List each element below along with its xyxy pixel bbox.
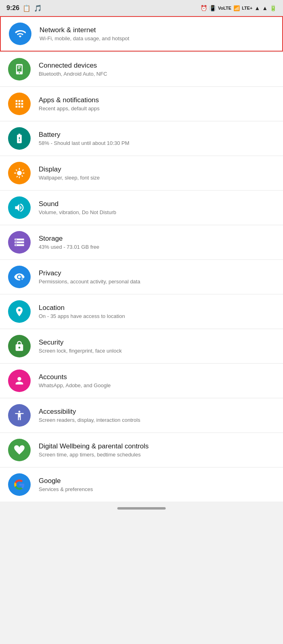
connected-text: Connected devices Bluetooth, Android Aut… (39, 61, 107, 78)
accounts-icon-circle (8, 369, 31, 392)
shazam-icon: 🎵 (34, 4, 42, 12)
battery-subtitle: 58% - Should last until about 10:30 PM (39, 140, 129, 147)
connected-icon-circle (8, 58, 31, 80)
storage-icon (14, 237, 25, 248)
storage-subtitle: 43% used - 73.01 GB free (39, 244, 99, 251)
network-title: Network & internet (40, 26, 129, 35)
signal2-icon: ▲ (262, 5, 268, 11)
accounts-icon (14, 375, 25, 386)
sound-subtitle: Volume, vibration, Do Not Disturb (39, 209, 116, 216)
accessibility-icon-circle (8, 404, 31, 427)
battery-icon-circle (8, 127, 31, 150)
wifi-calling-icon: 📶 (233, 5, 240, 11)
location-icon-circle (8, 300, 31, 323)
network-subtitle: Wi-Fi, mobile, data usage, and hotspot (40, 35, 129, 42)
settings-item-accessibility[interactable]: Accessibility Screen readers, display, i… (0, 398, 283, 432)
privacy-subtitle: Permissions, account activity, personal … (39, 279, 140, 285)
accessibility-subtitle: Screen readers, display, interaction con… (39, 417, 140, 424)
status-bar: 9:26 📋 🎵 ⏰ 📳 VoLTE 📶 LTE+ ▲ ▲ 🔋 (0, 0, 283, 16)
storage-icon-circle (8, 231, 31, 254)
nav-home-indicator (117, 507, 166, 510)
google-icon (14, 479, 25, 490)
settings-item-sound[interactable]: Sound Volume, vibration, Do Not Disturb (0, 191, 283, 225)
google-text: Google Services & preferences (39, 477, 93, 493)
settings-item-connected[interactable]: Connected devices Bluetooth, Android Aut… (0, 52, 283, 86)
privacy-icon-circle (8, 266, 31, 288)
security-subtitle: Screen lock, fingerprint, face unlock (39, 348, 122, 355)
connected-subtitle: Bluetooth, Android Auto, NFC (39, 71, 107, 78)
apps-subtitle: Recent apps, default apps (39, 105, 100, 112)
google-title: Google (39, 477, 93, 485)
connected-icon (14, 64, 25, 75)
settings-item-wellbeing[interactable]: Digital Wellbeing & parental controls Sc… (0, 433, 283, 467)
settings-item-network[interactable]: Network & internet Wi-Fi, mobile, data u… (0, 16, 283, 52)
sound-title: Sound (39, 200, 116, 208)
battery-text: Battery 58% - Should last until about 10… (39, 130, 129, 147)
settings-item-location[interactable]: Location On - 35 apps have access to loc… (0, 295, 283, 328)
privacy-icon (14, 271, 25, 283)
location-subtitle: On - 35 apps have access to location (39, 313, 125, 320)
storage-title: Storage (39, 234, 99, 243)
settings-item-storage[interactable]: Storage 43% used - 73.01 GB free (0, 225, 283, 259)
battery-title: Battery (39, 130, 129, 139)
nav-bar (0, 502, 283, 514)
accessibility-title: Accessibility (39, 407, 140, 416)
display-subtitle: Wallpaper, sleep, font size (39, 175, 100, 182)
apps-text: Apps & notifications Recent apps, defaul… (39, 96, 100, 112)
settings-item-security[interactable]: Security Screen lock, fingerprint, face … (0, 329, 283, 363)
wellbeing-text: Digital Wellbeing & parental controls Sc… (39, 442, 149, 458)
sound-icon-circle (8, 196, 31, 219)
network-icon-circle (9, 23, 31, 45)
security-text: Security Screen lock, fingerprint, face … (39, 338, 122, 355)
storage-text: Storage 43% used - 73.01 GB free (39, 234, 99, 251)
accounts-subtitle: WhatsApp, Adobe, and Google (39, 382, 111, 389)
battery-settings-icon (14, 133, 25, 144)
security-title: Security (39, 338, 122, 347)
network-text: Network & internet Wi-Fi, mobile, data u… (40, 26, 129, 42)
svg-rect-0 (18, 66, 21, 67)
volte-icon: VoLTE (218, 6, 231, 10)
accessibility-text: Accessibility Screen readers, display, i… (39, 407, 140, 424)
wellbeing-icon (14, 444, 25, 456)
lte-icon: LTE+ (242, 6, 252, 10)
settings-list: Network & internet Wi-Fi, mobile, data u… (0, 16, 283, 502)
security-icon (14, 341, 25, 352)
display-icon (14, 167, 25, 179)
vibrate-icon: 📳 (209, 5, 216, 11)
settings-item-display[interactable]: Display Wallpaper, sleep, font size (0, 156, 283, 190)
sound-icon (14, 202, 25, 213)
screenshot-icon: 📋 (23, 4, 31, 12)
accessibility-icon (14, 410, 25, 421)
settings-item-google[interactable]: Google Services & preferences (0, 468, 283, 502)
settings-item-accounts[interactable]: Accounts WhatsApp, Adobe, and Google (0, 364, 283, 398)
settings-item-privacy[interactable]: Privacy Permissions, account activity, p… (0, 260, 283, 294)
signal1-icon: ▲ (254, 5, 260, 11)
apps-icon-circle (8, 93, 31, 115)
wellbeing-icon-circle (8, 439, 31, 461)
settings-item-battery[interactable]: Battery 58% - Should last until about 10… (0, 122, 283, 155)
status-icons: ⏰ 📳 VoLTE 📶 LTE+ ▲ ▲ 🔋 (200, 5, 277, 11)
security-icon-circle (8, 335, 31, 357)
privacy-text: Privacy Permissions, account activity, p… (39, 269, 140, 285)
privacy-title: Privacy (39, 269, 140, 278)
status-time: 9:26 (6, 4, 19, 12)
location-icon (14, 306, 25, 317)
location-text: Location On - 35 apps have access to loc… (39, 303, 125, 320)
accounts-text: Accounts WhatsApp, Adobe, and Google (39, 373, 111, 389)
google-icon-circle (8, 473, 31, 496)
location-title: Location (39, 303, 125, 312)
display-title: Display (39, 165, 100, 174)
wellbeing-subtitle: Screen time, app timers, bedtime schedul… (39, 452, 149, 458)
google-subtitle: Services & preferences (39, 486, 93, 493)
wifi-icon (15, 28, 26, 39)
display-icon-circle (8, 162, 31, 184)
alarm-icon: ⏰ (200, 5, 207, 11)
sound-text: Sound Volume, vibration, Do Not Disturb (39, 200, 116, 216)
apps-icon (14, 98, 25, 109)
wellbeing-title: Digital Wellbeing & parental controls (39, 442, 149, 451)
apps-title: Apps & notifications (39, 96, 100, 105)
svg-rect-1 (18, 68, 20, 69)
connected-title: Connected devices (39, 61, 107, 70)
settings-item-apps[interactable]: Apps & notifications Recent apps, defaul… (0, 87, 283, 121)
battery-icon: 🔋 (270, 5, 277, 11)
